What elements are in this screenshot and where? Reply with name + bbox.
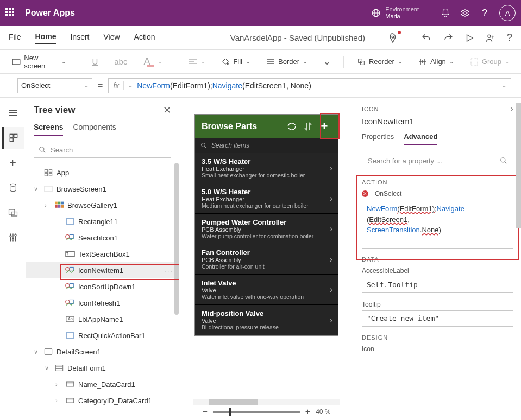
svg-rect-26: [61, 202, 64, 205]
tree-tab-screens[interactable]: Screens: [34, 119, 63, 136]
add-icon[interactable]: +: [317, 119, 331, 133]
tree-node-lblappname1[interactable]: AbLblAppName1: [26, 311, 179, 327]
more-icon[interactable]: ···: [164, 266, 173, 275]
font-color-button[interactable]: A⌄: [140, 54, 165, 69]
search-icon: [200, 142, 207, 149]
rail-data[interactable]: [2, 177, 24, 199]
new-screen-button[interactable]: New screen⌄: [9, 52, 69, 72]
tree-node-name_datacard1[interactable]: ›Name_DataCard1: [26, 376, 179, 392]
help-icon2[interactable]: ?: [507, 32, 512, 43]
screen-icon: [43, 184, 53, 193]
rail-tree-view[interactable]: [2, 127, 24, 149]
list-item[interactable]: 5.0 W/S HeaterHeat ExchangerMedium heat …: [195, 183, 338, 214]
menu-home[interactable]: Home: [35, 32, 57, 44]
svg-rect-30: [66, 219, 74, 224]
close-icon[interactable]: ✕: [163, 104, 171, 116]
phone-preview: Browse Parts + Search items 3: [195, 115, 338, 335]
list-item[interactable]: Pumped Water ControllerPCB AssemblyWater…: [195, 214, 338, 244]
environment-picker[interactable]: Environment Maria: [371, 6, 419, 20]
rail-advanced-tools[interactable]: [2, 227, 24, 249]
play-icon[interactable]: [464, 33, 474, 43]
tree-node-browsescreen1[interactable]: ∨BrowseScreen1: [26, 181, 179, 197]
props-tab-properties[interactable]: Properties: [362, 129, 394, 145]
svg-point-48: [501, 158, 505, 162]
fx-icon: fx: [113, 81, 124, 90]
phone-title: Browse Parts: [202, 122, 257, 131]
share-icon[interactable]: [485, 33, 496, 43]
list-item[interactable]: Inlet ValveValveWater inlet valve with o…: [195, 275, 338, 305]
tree-node-textsearchbox1[interactable]: TextSearchBox1: [26, 246, 179, 262]
props-scrollbar[interactable]: [516, 103, 521, 228]
border-button[interactable]: Border⌄: [263, 55, 310, 68]
group-button[interactable]: Group⌄: [467, 55, 512, 68]
tree-node-detailform1[interactable]: ∨DetailForm1: [26, 360, 179, 376]
rail-hamburger[interactable]: [2, 102, 24, 124]
tree-node-searchicon1[interactable]: SearchIcon1: [26, 230, 179, 246]
tree-node-rectangle11[interactable]: Rectangle11: [26, 213, 179, 230]
app-launcher-icon[interactable]: [5, 8, 16, 18]
avatar[interactable]: A: [499, 5, 516, 21]
tree-search-input[interactable]: Search: [34, 142, 171, 158]
property-dropdown[interactable]: OnSelect⌄: [17, 78, 92, 93]
menu-file[interactable]: File: [9, 33, 21, 43]
tree-node-rectquickactionbar1[interactable]: RectQuickActionBar1: [26, 327, 179, 343]
app-checker-icon[interactable]: [387, 32, 399, 44]
svg-point-15: [10, 236, 11, 237]
settings-icon[interactable]: [460, 8, 470, 18]
menu-action[interactable]: Action: [134, 33, 155, 43]
rail-insert[interactable]: +: [2, 152, 24, 174]
fill-button[interactable]: Fill⌄: [218, 55, 253, 68]
tree-node-detailscreen1[interactable]: ∨DetailScreen1: [26, 343, 179, 360]
tree-node-browsegallery1[interactable]: ›BrowseGallery1: [26, 197, 179, 213]
svg-rect-6: [359, 59, 362, 62]
rail-media[interactable]: [2, 202, 24, 224]
zoom-out-icon[interactable]: −: [202, 407, 207, 417]
canvas[interactable]: Browse Parts + Search items 3: [179, 98, 354, 420]
sort-icon[interactable]: [301, 119, 315, 133]
zoom-slider[interactable]: [213, 411, 300, 413]
list-item[interactable]: 3.5 W/S HeaterHeat ExchangerSmall heat e…: [195, 153, 338, 183]
svg-point-47: [202, 143, 205, 147]
svg-point-17: [15, 234, 16, 236]
tree-node-categoryid_datacard1[interactable]: ›CategoryID_DataCard1: [26, 392, 179, 409]
left-rail: +: [0, 98, 26, 420]
zoom-control[interactable]: − + 40 %: [202, 407, 330, 417]
align-text-button[interactable]: ⌄: [185, 56, 208, 68]
list-item[interactable]: Fan ControllerPCB AssemblyController for…: [195, 244, 338, 275]
undo-icon[interactable]: [421, 33, 432, 43]
menu-insert[interactable]: Insert: [70, 33, 89, 43]
formula-input[interactable]: fx⌄ NewForm(EditForm1);Navigate(EditScre…: [108, 78, 511, 93]
svg-rect-45: [66, 382, 73, 386]
tooltip-input[interactable]: "Create new item": [362, 310, 513, 327]
svg-rect-14: [11, 212, 17, 217]
env-name: Maria: [385, 13, 419, 20]
align-button[interactable]: Align⌄: [415, 55, 457, 68]
tree-node-iconrefresh1[interactable]: IconRefresh1: [26, 295, 179, 311]
underline-button[interactable]: U: [89, 55, 101, 68]
props-search-input[interactable]: Search for a property ...: [362, 152, 513, 169]
expand-icon[interactable]: ›: [510, 103, 513, 114]
refresh-icon[interactable]: [285, 119, 299, 133]
help-icon[interactable]: ?: [480, 8, 489, 18]
redo-icon[interactable]: [443, 33, 454, 43]
notifications-icon[interactable]: [441, 8, 450, 18]
format-more-button[interactable]: ⌄: [320, 54, 334, 69]
iconctl-icon: [65, 233, 75, 242]
menu-view[interactable]: View: [103, 33, 120, 43]
svg-rect-8: [471, 59, 478, 65]
list-item[interactable]: Mid-position ValveValveBi-directional pr…: [195, 305, 338, 335]
props-tab-advanced[interactable]: Advanced: [404, 129, 437, 145]
svg-rect-42: [66, 333, 74, 338]
tree-node-app[interactable]: App: [26, 164, 179, 181]
canvas-h-scrollbar[interactable]: [193, 399, 340, 405]
onselect-code-input[interactable]: NewForm(EditForm1);Navigate(EditScreen1,…: [362, 200, 513, 249]
tree-node-iconnewitem1[interactable]: IconNewItem1···: [26, 262, 179, 278]
accessiblelabel-input[interactable]: Self.Tooltip: [362, 277, 513, 293]
strikethrough-button[interactable]: abc: [111, 55, 130, 68]
phone-search[interactable]: Search items: [195, 138, 338, 153]
tree-scrollbar[interactable]: [174, 163, 179, 315]
tree-node-iconsortupdown1[interactable]: IconSortUpDown1: [26, 278, 179, 295]
tree-tab-components[interactable]: Components: [73, 119, 116, 136]
zoom-in-icon[interactable]: +: [305, 407, 310, 417]
reorder-button[interactable]: Reorder⌄: [354, 55, 405, 68]
